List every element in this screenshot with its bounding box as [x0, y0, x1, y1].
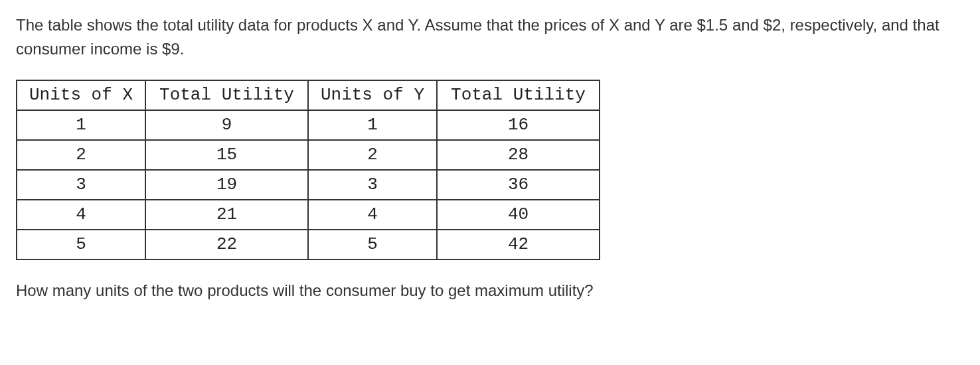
cell-units-x: 5 [17, 230, 145, 259]
header-units-y: Units of Y [308, 80, 437, 110]
cell-total-utility-y: 28 [437, 140, 600, 170]
cell-units-x: 1 [17, 110, 145, 140]
table-row: 5 22 5 42 [17, 230, 600, 259]
header-total-utility-x: Total Utility [145, 80, 308, 110]
cell-units-y: 5 [308, 230, 437, 259]
cell-units-y: 1 [308, 110, 437, 140]
cell-total-utility-x: 21 [145, 200, 308, 230]
cell-units-x: 2 [17, 140, 145, 170]
question-text: How many units of the two products will … [16, 279, 964, 303]
header-units-x: Units of X [17, 80, 145, 110]
cell-total-utility-x: 9 [145, 110, 308, 140]
table-row: 1 9 1 16 [17, 110, 600, 140]
cell-total-utility-y: 36 [437, 170, 600, 200]
table-row: 2 15 2 28 [17, 140, 600, 170]
cell-units-x: 4 [17, 200, 145, 230]
cell-units-y: 3 [308, 170, 437, 200]
cell-total-utility-y: 40 [437, 200, 600, 230]
cell-total-utility-y: 16 [437, 110, 600, 140]
table-header-row: Units of X Total Utility Units of Y Tota… [17, 80, 600, 110]
cell-total-utility-x: 22 [145, 230, 308, 259]
table-row: 4 21 4 40 [17, 200, 600, 230]
cell-units-y: 2 [308, 140, 437, 170]
intro-text: The table shows the total utility data f… [16, 13, 964, 61]
cell-units-x: 3 [17, 170, 145, 200]
cell-total-utility-x: 19 [145, 170, 308, 200]
cell-total-utility-x: 15 [145, 140, 308, 170]
utility-table: Units of X Total Utility Units of Y Tota… [16, 80, 600, 260]
cell-units-y: 4 [308, 200, 437, 230]
table-row: 3 19 3 36 [17, 170, 600, 200]
cell-total-utility-y: 42 [437, 230, 600, 259]
header-total-utility-y: Total Utility [437, 80, 600, 110]
